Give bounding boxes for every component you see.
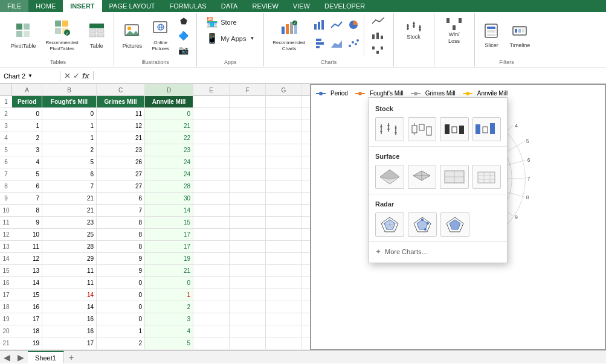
add-sheet-button[interactable]: + — [64, 353, 79, 362]
svg-rect-22 — [282, 27, 285, 34]
sparkline-winloss-button[interactable] — [368, 43, 388, 57]
row-header-7: 7 — [0, 168, 12, 180]
cell-a3[interactable]: 1 — [12, 120, 42, 132]
radar-chart-filled[interactable] — [440, 212, 469, 237]
cell-f2[interactable] — [230, 108, 266, 120]
cell-d1[interactable]: Annvile Mill — [145, 96, 193, 108]
radar-chart-1[interactable] — [375, 212, 404, 237]
bar-chart-button[interactable] — [312, 36, 327, 54]
confirm-formula-icon[interactable]: ✓ — [73, 71, 80, 80]
name-box[interactable]: Chart 2 ▼ — [0, 71, 60, 81]
cell-a2[interactable]: 0 — [12, 108, 42, 120]
table-button[interactable]: Table — [85, 20, 109, 52]
recommended-charts-button[interactable]: ✓ RecommendedCharts — [269, 17, 309, 54]
svg-marker-183 — [384, 220, 395, 229]
my-apps-icon: 📱 — [206, 33, 218, 44]
svg-rect-0 — [16, 24, 22, 30]
insert-function-icon[interactable]: fx — [82, 71, 89, 80]
scatter-chart-button[interactable] — [346, 36, 361, 54]
tab-review[interactable]: REVIEW — [245, 0, 285, 12]
next-sheet-button[interactable]: ▶ — [14, 353, 28, 362]
cell-g2[interactable] — [266, 108, 302, 120]
tab-home[interactable]: HOME — [28, 0, 63, 12]
sparkline-line-button[interactable] — [368, 14, 388, 28]
my-apps-dropdown-icon: ▼ — [250, 36, 254, 41]
pie-chart-button[interactable] — [346, 18, 361, 35]
recommended-charts-icon: ✓ — [280, 19, 297, 39]
svg-text:✓: ✓ — [65, 31, 69, 36]
cell-d2[interactable]: 0 — [145, 108, 193, 120]
cell-f1[interactable] — [230, 96, 266, 108]
cell-d3[interactable]: 21 — [145, 120, 193, 132]
online-pictures-button[interactable]: OnlinePictures — [148, 17, 173, 54]
pivot-table-button[interactable]: PivotTable — [7, 20, 40, 52]
tab-formulas[interactable]: FORMULAS — [163, 0, 214, 12]
svg-rect-43 — [372, 46, 375, 49]
filters-buttons: Slicer Timeline — [480, 14, 534, 57]
tab-insert[interactable]: INSERT — [63, 0, 102, 12]
cell-b1[interactable]: Fought's Mill — [42, 96, 97, 108]
stock-chart-1[interactable] — [375, 117, 404, 141]
store-button[interactable]: 🏪 Store — [202, 14, 259, 30]
shapes-button[interactable]: ⬟ — [175, 14, 192, 28]
smartart-button[interactable]: 🔷 — [175, 29, 192, 42]
more-charts-link[interactable]: ✦ More Charts... — [369, 244, 507, 259]
stock-section-title: Stock — [369, 101, 507, 115]
formula-bar: Chart 2 ▼ ✕ ✓ fx — [0, 68, 606, 84]
surface-chart-2[interactable] — [408, 165, 437, 189]
cell-g1[interactable] — [266, 96, 302, 108]
cell-b3[interactable]: 1 — [42, 120, 97, 132]
column-chart-button[interactable] — [312, 18, 327, 35]
timeline-button[interactable]: Timeline — [506, 21, 534, 51]
win-loss-button[interactable]: Win/Loss — [439, 14, 469, 47]
slicer-button[interactable]: Slicer — [480, 21, 504, 51]
surface-chart-4[interactable] — [472, 165, 501, 189]
row-header-16: 16 — [0, 277, 12, 289]
row-header-1: 1 — [0, 96, 12, 108]
cell-b2[interactable]: 0 — [42, 108, 97, 120]
sparkline-column-button[interactable] — [368, 29, 388, 42]
stock-chart-2[interactable] — [408, 117, 437, 141]
pictures-button[interactable]: Pictures — [119, 20, 146, 52]
cell-e2[interactable] — [193, 108, 230, 120]
slicer-label: Slicer — [485, 42, 498, 49]
row-header-4: 4 — [0, 132, 12, 144]
surface-chart-1[interactable] — [375, 165, 404, 189]
sheet-tab-1[interactable]: Sheet1 — [28, 351, 64, 364]
svg-rect-157 — [427, 127, 431, 135]
svg-point-72 — [414, 92, 417, 95]
screenshot-button[interactable]: 📷 — [175, 43, 192, 57]
formula-input[interactable] — [94, 72, 606, 80]
tab-page-layout[interactable]: PAGE LAYOUT — [102, 0, 163, 12]
surface-chart-3[interactable] — [440, 165, 469, 189]
cell-a1[interactable]: Period — [12, 96, 42, 108]
row-header-9: 9 — [0, 193, 12, 205]
tab-file[interactable]: FILE — [0, 0, 28, 12]
tab-view[interactable]: VIEW — [286, 0, 317, 12]
tab-data[interactable]: DATA — [214, 0, 245, 12]
recommended-pivot-label: RecommendedPivotTables — [46, 40, 79, 51]
prev-sheet-button[interactable]: ◀ — [0, 353, 14, 362]
cell-e1[interactable] — [193, 96, 230, 108]
legend-grimes-label: Grimes Mill — [425, 90, 456, 97]
row-header-10: 10 — [0, 205, 12, 217]
radar-chart-2[interactable] — [408, 212, 437, 237]
col-header-g: G — [266, 84, 302, 96]
row-header-12: 12 — [0, 229, 12, 241]
recommended-pivot-button[interactable]: ✓ RecommendedPivotTables — [42, 17, 82, 54]
cell-c3[interactable]: 12 — [97, 120, 145, 132]
cell-c1[interactable]: Grimes Mill — [97, 96, 145, 108]
name-box-dropdown-icon[interactable]: ▼ — [28, 73, 33, 78]
area-chart-button[interactable] — [329, 36, 344, 54]
line-chart-button[interactable] — [329, 18, 344, 35]
chart-type-dropdown[interactable]: Stock — [369, 97, 508, 263]
cell-c2[interactable]: 11 — [97, 108, 145, 120]
cancel-formula-icon[interactable]: ✕ — [64, 71, 71, 80]
stock-chart-3[interactable] — [440, 117, 469, 141]
tables-group-label: Tables — [50, 57, 66, 65]
stock-button[interactable]: Stock — [399, 17, 429, 43]
my-apps-button[interactable]: 📱 My Apps ▼ — [202, 31, 259, 46]
online-pictures-label: OnlinePictures — [152, 40, 169, 51]
stock-chart-4[interactable] — [472, 117, 501, 141]
tab-developer[interactable]: DEVELOPER — [317, 0, 372, 12]
